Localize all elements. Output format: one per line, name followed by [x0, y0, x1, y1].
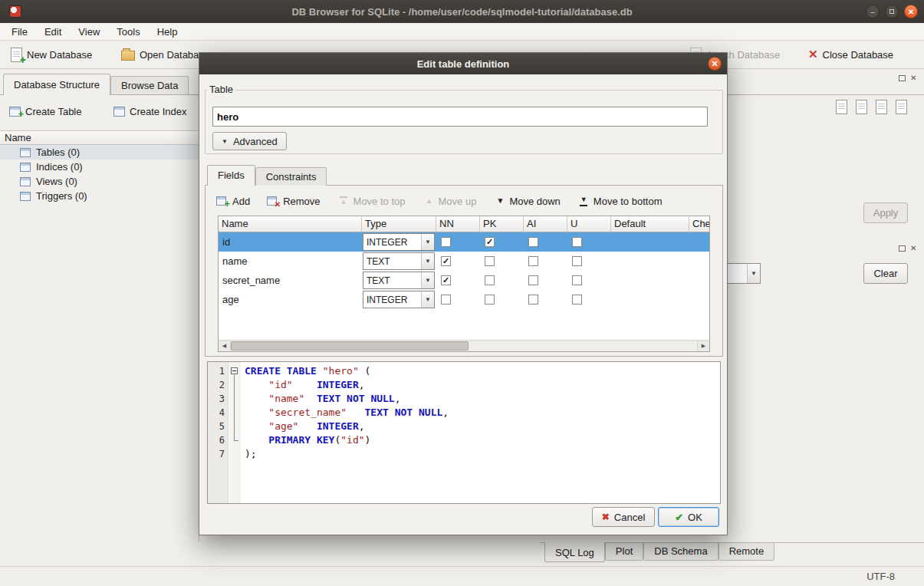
ai-checkbox[interactable]: [528, 275, 538, 285]
bottom-tab-remote[interactable]: Remote: [718, 543, 775, 561]
minimize-button[interactable]: –: [866, 5, 880, 18]
scroll-right-icon[interactable]: ▶: [697, 341, 709, 351]
scrollbar-thumb[interactable]: [231, 341, 469, 351]
export-icon[interactable]: [856, 100, 867, 114]
chevron-down-icon[interactable]: ▼: [421, 253, 434, 269]
dock-close-icon[interactable]: ✕: [910, 74, 916, 82]
cancel-button[interactable]: ✖ Cancel: [592, 507, 655, 527]
bottom-tab-sql-log[interactable]: SQL Log: [544, 542, 605, 562]
column-header-name[interactable]: Name: [219, 216, 362, 232]
column-header-u[interactable]: U: [567, 216, 611, 232]
dock-float-icon[interactable]: [899, 75, 906, 81]
field-row[interactable]: secret_nameTEXT▼✓: [219, 271, 709, 290]
field-type-cell[interactable]: TEXT▼: [362, 252, 436, 271]
sql-preview[interactable]: 1CREATE TABLE "hero" (2 "id" INTEGER,3 "…: [207, 361, 721, 504]
default-cell[interactable]: [611, 252, 689, 271]
window-titlebar[interactable]: DB Browser for SQLite - /home/user/code/…: [0, 0, 924, 23]
dialog-close-button[interactable]: ✕: [708, 57, 722, 71]
nn-checkbox[interactable]: ✓: [441, 256, 451, 266]
check-cell[interactable]: [689, 271, 710, 290]
chevron-down-icon[interactable]: ▼: [421, 291, 434, 308]
move-down-button[interactable]: Move down: [488, 193, 564, 209]
column-header-default[interactable]: Default: [611, 216, 689, 232]
close-button[interactable]: ✕: [904, 5, 918, 18]
import-icon[interactable]: [836, 100, 847, 114]
u-checkbox[interactable]: [572, 275, 582, 285]
u-checkbox[interactable]: [572, 237, 582, 247]
u-checkbox[interactable]: [572, 256, 582, 266]
bottom-tab-db-schema[interactable]: DB Schema: [643, 543, 718, 561]
menu-file[interactable]: File: [3, 25, 36, 39]
tree-item-triggers[interactable]: Triggers (0): [0, 189, 199, 203]
field-type-cell[interactable]: INTEGER▼: [362, 290, 436, 309]
ai-checkbox[interactable]: [528, 256, 538, 266]
pk-checkbox[interactable]: [485, 256, 495, 266]
check-cell[interactable]: [689, 290, 710, 309]
default-cell[interactable]: [611, 232, 689, 252]
type-combo[interactable]: INTEGER▼: [363, 233, 435, 251]
table-name-input[interactable]: [212, 107, 708, 127]
column-header-nn[interactable]: NN: [436, 216, 480, 232]
menu-edit[interactable]: Edit: [36, 25, 70, 39]
horizontal-scrollbar[interactable]: ◀ ▶: [219, 340, 709, 351]
default-cell[interactable]: [611, 271, 689, 290]
field-name-cell[interactable]: secret_name: [219, 271, 362, 290]
fold-marker[interactable]: [229, 364, 241, 378]
set-null-icon[interactable]: [876, 100, 887, 114]
dialog-titlebar[interactable]: Edit table definition ✕: [199, 53, 727, 74]
tab-fields[interactable]: Fields: [207, 165, 255, 186]
check-cell[interactable]: [689, 252, 710, 271]
chevron-down-icon[interactable]: ▼: [421, 234, 434, 250]
clear-button[interactable]: Clear: [863, 263, 908, 284]
pk-checkbox[interactable]: [485, 295, 495, 305]
move-bottom-button[interactable]: Move to bottom: [573, 193, 667, 209]
field-name-cell[interactable]: name: [219, 252, 362, 271]
type-combo[interactable]: TEXT▼: [363, 272, 435, 289]
close-database-button[interactable]: ✕ Close Database: [802, 44, 899, 65]
menu-tools[interactable]: Tools: [108, 25, 148, 39]
pk-checkbox[interactable]: [485, 275, 495, 285]
column-header-pk[interactable]: PK: [480, 216, 524, 232]
menu-help[interactable]: Help: [149, 25, 186, 39]
type-combo[interactable]: TEXT▼: [363, 252, 435, 270]
ai-checkbox[interactable]: [528, 295, 538, 305]
nn-checkbox[interactable]: ✓: [441, 275, 451, 285]
new-database-button[interactable]: + New Database: [5, 44, 98, 65]
dock-float-icon[interactable]: [899, 245, 906, 252]
tree-item-tables[interactable]: Tables (0): [0, 145, 199, 160]
create-index-button[interactable]: Create Index: [109, 101, 191, 121]
menu-view[interactable]: View: [70, 25, 108, 39]
bottom-tab-plot[interactable]: Plot: [605, 543, 643, 561]
ai-checkbox[interactable]: [528, 237, 538, 247]
chevron-down-icon[interactable]: ▼: [421, 272, 434, 288]
field-name-cell[interactable]: id: [219, 232, 362, 252]
advanced-toggle-button[interactable]: ▼ Advanced: [212, 132, 287, 150]
tab-browse-data[interactable]: Browse Data: [110, 76, 189, 95]
nn-checkbox[interactable]: [441, 237, 451, 247]
column-header-type[interactable]: Type: [362, 216, 436, 232]
field-row[interactable]: idINTEGER▼✓: [219, 232, 709, 252]
dock-close-icon[interactable]: ✕: [910, 245, 916, 252]
check-cell[interactable]: [689, 232, 710, 252]
field-row[interactable]: nameTEXT▼✓: [219, 252, 709, 271]
remove-button[interactable]: Remove: [262, 193, 324, 209]
column-header-check[interactable]: Check: [689, 216, 710, 232]
default-cell[interactable]: [611, 290, 689, 309]
print-icon[interactable]: [896, 100, 907, 114]
field-row[interactable]: ageINTEGER▼: [219, 290, 709, 309]
tree-column-header[interactable]: Name: [0, 130, 199, 145]
add-button[interactable]: Add: [212, 193, 255, 209]
tab-database-structure[interactable]: Database Structure: [3, 74, 110, 95]
scrollbar-track[interactable]: [231, 341, 697, 351]
tree-item-indices[interactable]: Indices (0): [0, 160, 199, 174]
maximize-button[interactable]: [885, 5, 899, 18]
nn-checkbox[interactable]: [441, 295, 451, 305]
tree-item-views[interactable]: Views (0): [0, 174, 199, 189]
field-type-cell[interactable]: INTEGER▼: [362, 232, 436, 252]
scroll-left-icon[interactable]: ◀: [219, 341, 231, 351]
pk-checkbox[interactable]: ✓: [485, 237, 495, 247]
type-combo[interactable]: INTEGER▼: [363, 291, 435, 308]
u-checkbox[interactable]: [572, 295, 582, 305]
tab-constraints[interactable]: Constraints: [255, 167, 327, 186]
field-name-cell[interactable]: age: [219, 290, 362, 309]
